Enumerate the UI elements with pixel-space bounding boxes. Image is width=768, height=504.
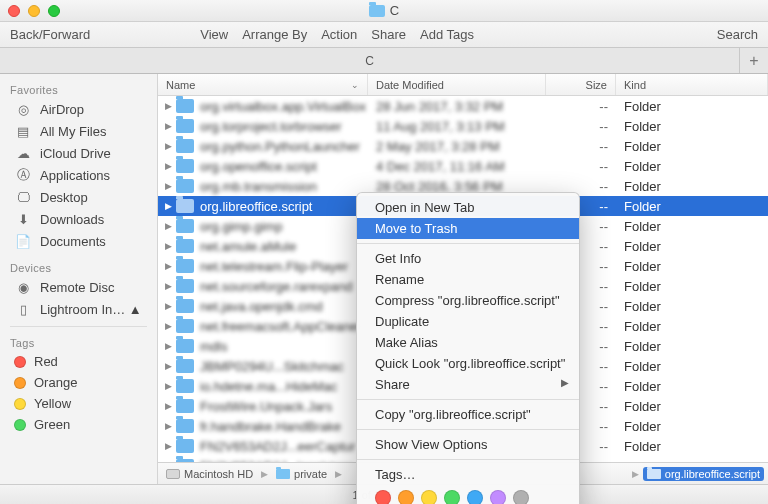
tag-color-swatch[interactable] — [375, 490, 391, 504]
file-name: fr.handbrake.HandBrake — [200, 419, 341, 434]
sidebar-item[interactable]: 📄Documents — [0, 230, 157, 252]
search-button[interactable]: Search — [717, 27, 758, 42]
sidebar-item-label: Green — [34, 417, 70, 432]
context-menu-item[interactable]: Copy "org.libreoffice.script" — [357, 404, 579, 425]
tab[interactable]: C — [0, 48, 740, 73]
disclosure-triangle-icon[interactable]: ▶ — [160, 301, 176, 311]
file-name: net.amule.aMule — [200, 239, 296, 254]
close-window-button[interactable] — [8, 5, 20, 17]
file-date: 28 Jun 2017, 3:32 PM — [368, 99, 546, 114]
sidebar-item[interactable]: ◉Remote Disc — [0, 276, 157, 298]
sidebar-tag-item[interactable]: Red — [0, 351, 157, 372]
disclosure-triangle-icon[interactable]: ▶ — [160, 461, 176, 462]
disclosure-triangle-icon[interactable]: ▶ — [160, 201, 176, 211]
disclosure-triangle-icon[interactable]: ▶ — [160, 281, 176, 291]
sidebar-item[interactable]: ⒶApplications — [0, 164, 157, 186]
column-size[interactable]: Size — [546, 74, 616, 95]
file-size: -- — [546, 159, 616, 174]
disclosure-triangle-icon[interactable]: ▶ — [160, 421, 176, 431]
file-row[interactable]: ▶org.torproject.torbrowser11 Aug 2017, 3… — [158, 116, 768, 136]
context-menu-item[interactable]: Show View Options — [357, 434, 579, 455]
tag-color-swatch[interactable] — [398, 490, 414, 504]
folder-icon — [176, 399, 194, 413]
sidebar-tag-item[interactable]: Orange — [0, 372, 157, 393]
minimize-window-button[interactable] — [28, 5, 40, 17]
disclosure-triangle-icon[interactable]: ▶ — [160, 121, 176, 131]
path-segment[interactable]: Macintosh HD — [162, 467, 257, 481]
file-kind: Folder — [616, 279, 768, 294]
context-menu-item[interactable]: Quick Look "org.libreoffice.script" — [357, 353, 579, 374]
context-menu-item[interactable]: Tags… — [357, 464, 579, 485]
folder-icon — [176, 199, 194, 213]
disclosure-triangle-icon[interactable]: ▶ — [160, 261, 176, 271]
sidebar-item[interactable]: ▤All My Files — [0, 120, 157, 142]
context-menu-item[interactable]: Share▶ — [357, 374, 579, 395]
sidebar-item[interactable]: ▯Lightroom In… ▲ — [0, 298, 157, 320]
file-kind: Folder — [616, 339, 768, 354]
tag-color-swatch[interactable] — [467, 490, 483, 504]
context-menu-item[interactable]: Make Alias — [357, 332, 579, 353]
column-name[interactable]: Name⌄ — [158, 74, 368, 95]
file-name: JBMP0294U...Skitchmac — [200, 359, 344, 374]
file-kind: Folder — [616, 439, 768, 454]
tag-color-swatch[interactable] — [490, 490, 506, 504]
back-forward-button[interactable]: Back/Forward — [10, 27, 90, 42]
disclosure-triangle-icon[interactable]: ▶ — [160, 181, 176, 191]
disclosure-triangle-icon[interactable]: ▶ — [160, 141, 176, 151]
context-menu-item[interactable]: Get Info — [357, 248, 579, 269]
menu-separator — [357, 429, 579, 430]
sidebar-item[interactable]: ☁iCloud Drive — [0, 142, 157, 164]
sidebar-item[interactable]: ⬇Downloads — [0, 208, 157, 230]
file-kind: Folder — [616, 379, 768, 394]
disclosure-triangle-icon[interactable]: ▶ — [160, 361, 176, 371]
view-button[interactable]: View — [200, 27, 228, 42]
zoom-window-button[interactable] — [48, 5, 60, 17]
context-menu-item[interactable]: Duplicate — [357, 311, 579, 332]
disclosure-triangle-icon[interactable]: ▶ — [160, 161, 176, 171]
disclosure-triangle-icon[interactable]: ▶ — [160, 341, 176, 351]
file-row[interactable]: ▶org.openoffice.script4 Dec 2017, 11:16 … — [158, 156, 768, 176]
tag-color-swatch[interactable] — [444, 490, 460, 504]
file-kind: Folder — [616, 259, 768, 274]
disclosure-triangle-icon[interactable]: ▶ — [160, 321, 176, 331]
disclosure-triangle-icon[interactable]: ▶ — [160, 381, 176, 391]
disclosure-triangle-icon[interactable]: ▶ — [160, 241, 176, 251]
sidebar-tag-item[interactable]: Yellow — [0, 393, 157, 414]
folder-icon — [176, 119, 194, 133]
folder-icon — [176, 439, 194, 453]
column-date[interactable]: Date Modified — [368, 74, 546, 95]
tag-color-swatch[interactable] — [513, 490, 529, 504]
tag-dot-icon — [14, 398, 26, 410]
disclosure-triangle-icon[interactable]: ▶ — [160, 441, 176, 451]
context-menu-item[interactable]: Rename — [357, 269, 579, 290]
sidebar-item[interactable]: ◎AirDrop — [0, 98, 157, 120]
context-menu-item[interactable]: Compress "org.libreoffice.script" — [357, 290, 579, 311]
column-kind[interactable]: Kind — [616, 74, 768, 95]
folder-icon — [176, 339, 194, 353]
file-row[interactable]: ▶org.python.PythonLauncher2 May 2017, 3:… — [158, 136, 768, 156]
share-button[interactable]: Share — [371, 27, 406, 42]
hdd-icon: ▯ — [14, 301, 32, 317]
add-tags-button[interactable]: Add Tags — [420, 27, 474, 42]
tag-color-swatch[interactable] — [421, 490, 437, 504]
sidebar-tag-item[interactable]: Green — [0, 414, 157, 435]
disclosure-triangle-icon[interactable]: ▶ — [160, 101, 176, 111]
folder-icon — [176, 239, 194, 253]
path-segment-selected[interactable]: org.libreoffice.script — [643, 467, 764, 481]
disc-icon: ◉ — [14, 279, 32, 295]
sidebar-header-favorites: Favorites — [0, 80, 157, 98]
action-button[interactable]: Action — [321, 27, 357, 42]
sidebar-item-label: All My Files — [40, 124, 106, 139]
file-row[interactable]: ▶org.virtualbox.app.VirtualBox28 Jun 201… — [158, 96, 768, 116]
folder-icon — [176, 459, 194, 462]
context-menu-item[interactable]: Move to Trash — [357, 218, 579, 239]
disclosure-triangle-icon[interactable]: ▶ — [160, 221, 176, 231]
context-menu-item[interactable]: Open in New Tab — [357, 197, 579, 218]
file-size: -- — [546, 139, 616, 154]
disclosure-triangle-icon[interactable]: ▶ — [160, 401, 176, 411]
arrange-by-button[interactable]: Arrange By — [242, 27, 307, 42]
new-tab-button[interactable]: + — [740, 48, 768, 73]
file-name: org.mb.transmission — [200, 179, 317, 194]
sidebar-item[interactable]: 🖵Desktop — [0, 186, 157, 208]
path-segment[interactable]: private — [272, 467, 331, 481]
